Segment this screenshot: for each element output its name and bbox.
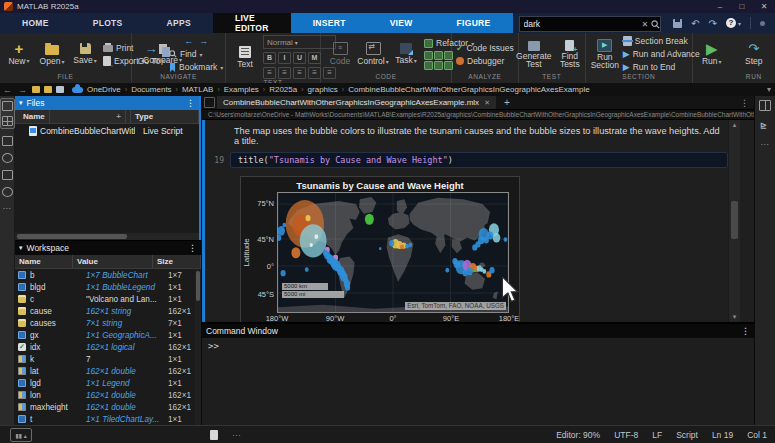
editor-menu-icon[interactable]: ⋮: [735, 98, 754, 108]
tsunami-bubble[interactable]: [379, 247, 382, 250]
breadcrumb-item[interactable]: MATLAB: [182, 85, 213, 94]
scroll-down-icon[interactable]: ▾: [729, 313, 740, 321]
files-panel-header[interactable]: ▾ Files ⋮: [15, 96, 199, 110]
workspace-menu-icon[interactable]: ⋮: [188, 243, 197, 253]
minimize-button[interactable]: –: [709, 2, 731, 11]
command-window-menu-icon[interactable]: ⋮: [741, 326, 750, 336]
tsunami-bubble[interactable]: [504, 237, 508, 242]
tsunami-bubble[interactable]: [278, 226, 285, 236]
new-folder-icon[interactable]: [32, 86, 40, 93]
status-encoding[interactable]: UTF-8: [614, 430, 638, 440]
workspace-row[interactable]: maxheight162×1 double162×1: [15, 401, 201, 413]
run-to-end-button[interactable]: ▶Run to End: [623, 62, 700, 72]
panel-window-icon[interactable]: [2, 136, 13, 146]
code-issues-button[interactable]: ✓Code Issues: [456, 43, 514, 53]
workspace-column-size[interactable]: Size: [153, 255, 201, 268]
goto-button[interactable]: →Go To▾: [136, 43, 166, 66]
tsunami-bubble[interactable]: [445, 268, 449, 273]
tsunami-bubble[interactable]: [291, 247, 300, 258]
scroll-up-icon[interactable]: ▴: [729, 121, 740, 129]
editor-content[interactable]: The map uses the bubble colors to illust…: [202, 120, 754, 322]
workspace-row[interactable]: blgd1×1 BubbleLegend1×1: [15, 281, 201, 293]
search-input[interactable]: [520, 19, 639, 29]
bullet-list-icon[interactable]: ≡: [308, 67, 321, 79]
align-right-icon[interactable]: ≡: [293, 67, 306, 79]
up-folder-icon[interactable]: [44, 86, 52, 93]
navigate-forward-icon[interactable]: →: [199, 36, 208, 46]
files-column-type[interactable]: Type: [131, 110, 199, 123]
search-icon[interactable]: [651, 20, 660, 29]
workspace-row[interactable]: gx1×1 GeographicA...1×1: [15, 329, 201, 341]
underline-button[interactable]: U: [293, 52, 306, 64]
tsunami-bubble[interactable]: [408, 243, 412, 248]
breadcrumb[interactable]: OneDrive›Documents›MATLAB›Examples›R2025…: [87, 85, 590, 94]
background-tasks-icon[interactable]: [2, 170, 13, 180]
status-filetype[interactable]: Script: [676, 430, 698, 440]
file-row[interactable]: CombineBubbleChartWithO... Live Script: [15, 124, 199, 138]
tsunami-bubble[interactable]: [305, 215, 310, 221]
tab-apps[interactable]: APPS: [145, 13, 213, 33]
tsunami-bubble[interactable]: [489, 267, 494, 273]
scrollbar-thumb[interactable]: [731, 201, 738, 239]
history-forward-icon[interactable]: →: [18, 85, 27, 95]
status-eol[interactable]: LF: [652, 430, 662, 440]
collapse-files-icon[interactable]: ▾: [19, 99, 23, 107]
tsunami-bubble[interactable]: [345, 284, 350, 290]
bottom-panel-toggle[interactable]: ▮▮▴: [10, 428, 32, 442]
tsunami-bubble[interactable]: [400, 244, 404, 249]
status-more-icon[interactable]: ⋯: [232, 430, 242, 440]
breadcrumb-item[interactable]: Documents: [131, 85, 171, 94]
workspace-row[interactable]: c"Volcano and Lan...1×1: [15, 293, 201, 305]
monospace-button[interactable]: M: [308, 52, 321, 64]
tsunami-bubble[interactable]: [278, 235, 281, 241]
breadcrumb-item[interactable]: OneDrive: [87, 85, 121, 94]
workspace-row[interactable]: causes7×1 string7×1: [15, 317, 201, 329]
tab-list-icon[interactable]: [204, 97, 215, 108]
breadcrumb-item[interactable]: CombineBubbleChartWithOtherGraphicsInGeo…: [348, 85, 589, 94]
tab-figure[interactable]: FIGURE: [435, 13, 513, 33]
code-tool-icon[interactable]: [434, 51, 443, 60]
find-button[interactable]: Find▾: [169, 49, 223, 59]
tsunami-bubble[interactable]: [452, 258, 457, 264]
geographic-axes[interactable]: 5000 km 5000 mi Esri, TomTom, FAO, NOAA,…: [277, 192, 509, 313]
status-zoom[interactable]: Editor: 90%: [556, 430, 600, 440]
more-panels-icon[interactable]: ⋯: [3, 204, 12, 213]
figure-output[interactable]: Tsunamis by Cause and Wave Height Latitu…: [240, 176, 520, 322]
tab-live-editor[interactable]: LIVE EDITOR: [213, 13, 291, 33]
tsunami-bubble[interactable]: [365, 214, 374, 225]
code-tool-icon[interactable]: [424, 51, 433, 60]
navigate-back-icon[interactable]: ←: [184, 36, 193, 46]
tsunami-bubble[interactable]: [463, 270, 468, 276]
maximize-button[interactable]: □: [731, 2, 753, 11]
files-panel-icon[interactable]: [2, 101, 13, 111]
tab-insert[interactable]: INSERT: [291, 13, 368, 33]
tsunami-bubble[interactable]: [282, 223, 286, 228]
clear-search-icon[interactable]: ✕: [639, 20, 652, 29]
status-dot-icon[interactable]: [760, 21, 765, 26]
code-line[interactable]: title("Tsunamis by Cause and Wave Height…: [230, 152, 728, 168]
task-button[interactable]: Task▾: [391, 43, 421, 65]
tab-plots[interactable]: PLOTS: [71, 13, 145, 33]
new-tab-icon[interactable]: +: [496, 97, 518, 108]
tsunami-bubble[interactable]: [493, 233, 501, 243]
breadcrumb-item[interactable]: graphics: [308, 85, 338, 94]
generate-test-button[interactable]: Generate Test: [519, 41, 549, 68]
save-button[interactable]: Save▾: [70, 43, 100, 65]
code-button[interactable]: ≡Code: [325, 42, 355, 66]
tsunami-bubble[interactable]: [389, 240, 394, 246]
workspace-row[interactable]: lat162×1 double162×1: [15, 365, 201, 377]
command-prompt[interactable]: >>: [202, 338, 754, 425]
workspace-row[interactable]: cause162×1 string162×1: [15, 305, 201, 317]
tsunami-bubble[interactable]: [281, 270, 286, 276]
files-menu-icon[interactable]: ⋮: [186, 98, 195, 108]
status-line[interactable]: Ln 19: [712, 430, 733, 440]
run-button[interactable]: ▶Run▾: [697, 42, 727, 66]
command-window-header[interactable]: Command Window ⋮: [202, 324, 754, 338]
tsunami-bubble[interactable]: [310, 243, 313, 247]
workspace-row[interactable]: k71×1: [15, 353, 201, 365]
workspace-column-value[interactable]: Value: [73, 255, 153, 268]
new-button[interactable]: +New▾: [4, 43, 34, 66]
control-button[interactable]: Control▾: [358, 42, 388, 66]
bold-button[interactable]: B: [263, 52, 276, 64]
clipboard-icon[interactable]: [56, 86, 64, 93]
